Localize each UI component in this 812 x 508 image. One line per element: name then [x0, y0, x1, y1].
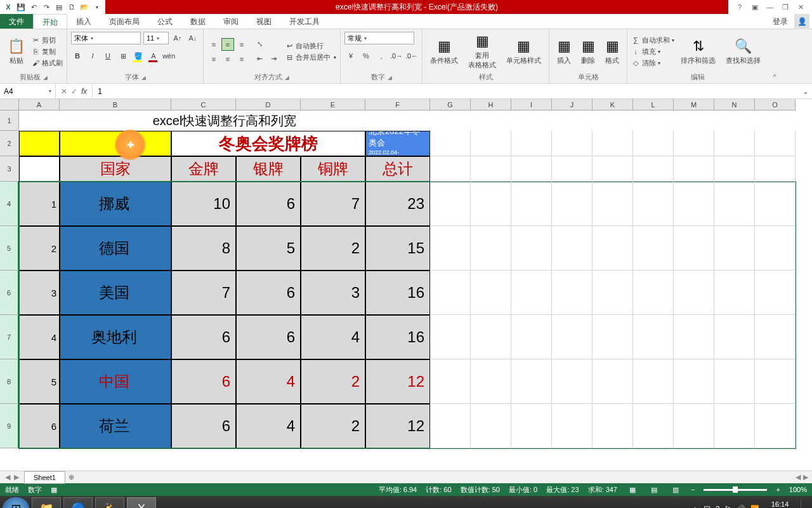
ribbon-toggle-icon[interactable]: ▣ [749, 3, 761, 11]
cell[interactable]: 5 [236, 226, 301, 271]
cell[interactable] [674, 359, 714, 404]
zoom-level[interactable]: 100% [789, 486, 807, 493]
col-header-K[interactable]: K [593, 99, 633, 110]
cell[interactable] [552, 226, 593, 271]
row-header-7[interactable]: 7 [0, 315, 19, 359]
format-painter-button[interactable]: 🖌格式刷 [31, 58, 63, 68]
cell[interactable] [674, 156, 714, 182]
tab-file[interactable]: 文件 [0, 14, 33, 29]
row-headers[interactable]: 123456789 [0, 110, 19, 448]
cell[interactable] [755, 182, 796, 226]
formula-input[interactable]: 1 [93, 87, 799, 96]
col-header-O[interactable]: O [755, 99, 796, 110]
cell[interactable]: 德国 [60, 226, 171, 271]
tray-help-icon[interactable]: ? [716, 505, 719, 508]
taskbar-clock[interactable]: 16:14 2022/2/15 [764, 500, 796, 508]
table-format-button[interactable]: ▦套用 表格格式 [464, 32, 500, 71]
cell[interactable] [552, 156, 593, 182]
col-header-C[interactable]: C [171, 99, 236, 110]
cell[interactable]: 国家 [60, 156, 171, 182]
view-break-icon[interactable]: ▥ [669, 486, 682, 494]
taskbar-excel-icon[interactable]: X [127, 497, 156, 508]
cell[interactable] [511, 182, 552, 226]
view-normal-icon[interactable]: ▦ [626, 486, 639, 494]
qat-6[interactable]: 📂 [79, 1, 90, 13]
orientation-icon[interactable]: ⤡ [253, 38, 266, 51]
cell[interactable] [633, 315, 674, 359]
bold-icon[interactable]: B [71, 50, 84, 62]
cell[interactable]: 6 [171, 404, 236, 448]
restore-icon[interactable]: ❐ [779, 3, 792, 11]
cell[interactable]: 铜牌 [301, 156, 365, 182]
tab-home[interactable]: 开始 [33, 14, 67, 29]
cell[interactable]: 2 [301, 404, 365, 448]
qat-5[interactable]: 🗋 [66, 1, 77, 13]
cell[interactable] [430, 156, 471, 182]
qat-4[interactable]: ▤ [53, 1, 65, 13]
cell[interactable] [552, 182, 593, 226]
cell[interactable] [633, 156, 674, 182]
start-button[interactable]: ⊞ [3, 497, 29, 508]
tray-flag-icon[interactable]: 🏳 [724, 505, 731, 508]
cell[interactable] [674, 131, 714, 156]
cell[interactable] [593, 315, 633, 359]
insert-cells-button[interactable]: ▦插入 [553, 37, 575, 67]
cell[interactable]: 银牌 [236, 156, 301, 182]
underline-icon[interactable]: U [102, 50, 114, 62]
cell[interactable]: 4 [236, 404, 301, 448]
col-header-I[interactable]: I [511, 99, 552, 110]
col-header-B[interactable]: B [60, 99, 171, 110]
cell[interactable] [633, 182, 674, 226]
cell[interactable]: 金牌 [171, 156, 236, 182]
cell[interactable]: 6 [236, 271, 301, 315]
increase-decimal-icon[interactable]: .0→ [390, 50, 403, 62]
help-icon[interactable]: ? [733, 3, 746, 11]
fx-icon[interactable]: fx [81, 87, 87, 96]
col-header-M[interactable]: M [674, 99, 714, 110]
cell[interactable] [552, 271, 593, 315]
cell[interactable] [714, 131, 755, 156]
cell[interactable] [430, 271, 471, 315]
tab-view[interactable]: 视图 [247, 14, 280, 29]
cell[interactable] [593, 226, 633, 271]
clipboard-launcher[interactable]: ◢ [43, 74, 48, 81]
cell[interactable] [511, 226, 552, 271]
tab-formulas[interactable]: 公式 [148, 14, 181, 29]
number-launcher[interactable]: ◢ [388, 74, 392, 81]
cell[interactable]: 2 [301, 226, 365, 271]
cell[interactable] [714, 156, 755, 182]
cell[interactable] [511, 359, 552, 404]
tab-insert[interactable]: 插入 [67, 14, 100, 29]
align-left-icon[interactable]: ≡ [207, 53, 220, 65]
cell[interactable]: 美国 [60, 271, 171, 315]
indent-decrease-icon[interactable]: ⇤ [253, 53, 266, 65]
cell[interactable] [714, 226, 755, 271]
align-center-icon[interactable]: ≡ [221, 53, 234, 65]
cell[interactable] [430, 131, 471, 156]
cell[interactable] [552, 131, 593, 156]
cell[interactable]: 1 [19, 182, 60, 226]
cell[interactable] [471, 156, 511, 182]
row-header-1[interactable]: 1 [0, 110, 19, 131]
cell[interactable] [511, 271, 552, 315]
taskbar-browser-icon[interactable]: 🔵 [63, 497, 93, 508]
cell[interactable] [471, 315, 511, 359]
cell[interactable]: 2 [19, 226, 60, 271]
alignment-launcher[interactable]: ◢ [285, 74, 289, 81]
cell[interactable] [593, 156, 633, 182]
cell[interactable]: 挪威 [60, 182, 171, 226]
merge-center-button[interactable]: ⊟合并后居中▾ [285, 53, 336, 62]
redo-icon[interactable]: ↷ [41, 1, 52, 13]
col-header-N[interactable]: N [714, 99, 755, 110]
formula-expand-icon[interactable]: ⌄ [799, 87, 812, 96]
align-middle-icon[interactable]: ≡ [221, 38, 234, 51]
format-cells-button[interactable]: ▦格式 [601, 37, 623, 67]
cell[interactable]: 6 [236, 315, 301, 359]
paste-button[interactable]: 📋 粘贴 [4, 37, 29, 67]
col-header-E[interactable]: E [301, 99, 365, 110]
add-sheet-button[interactable]: ⊕ [65, 473, 78, 481]
font-launcher[interactable]: ◢ [141, 74, 146, 81]
cell[interactable]: 总计 [365, 156, 430, 182]
cell[interactable] [593, 359, 633, 404]
cell[interactable]: 12 [365, 404, 430, 448]
